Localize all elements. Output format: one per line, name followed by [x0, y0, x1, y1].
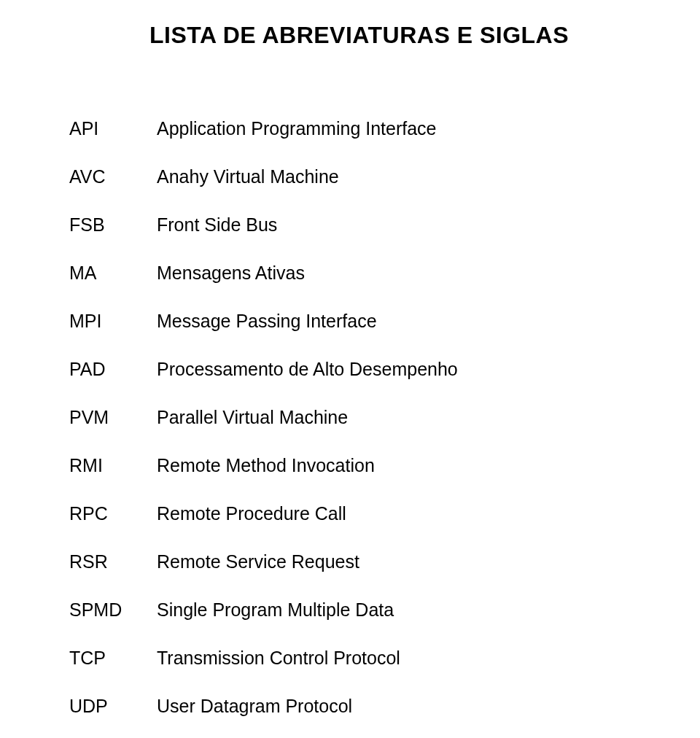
- list-item: PAD Processamento de Alto Desempenho: [69, 359, 649, 380]
- abbrev-definition: Parallel Virtual Machine: [157, 407, 348, 428]
- list-item: RMI Remote Method Invocation: [69, 455, 649, 476]
- abbrev-definition: Transmission Control Protocol: [157, 648, 400, 669]
- abbrev-term: UDP: [69, 696, 157, 717]
- abbrev-term: API: [69, 118, 157, 139]
- abbrev-definition: Application Programming Interface: [157, 118, 437, 139]
- abbrev-definition: User Datagram Protocol: [157, 696, 352, 717]
- list-item: TCP Transmission Control Protocol: [69, 648, 649, 669]
- page-title: LISTA DE ABREVIATURAS E SIGLAS: [69, 22, 649, 49]
- list-item: SPMD Single Program Multiple Data: [69, 599, 649, 621]
- abbrev-term: RMI: [69, 455, 157, 476]
- abbrev-definition: Remote Method Invocation: [157, 455, 375, 476]
- list-item: MA Mensagens Ativas: [69, 263, 649, 284]
- abbrev-term: PAD: [69, 359, 157, 380]
- list-item: FSB Front Side Bus: [69, 214, 649, 236]
- abbrev-term: FSB: [69, 214, 157, 236]
- abbrev-term: SPMD: [69, 599, 157, 621]
- abbrev-definition: Front Side Bus: [157, 214, 277, 236]
- abbrev-definition: Remote Procedure Call: [157, 503, 346, 524]
- list-item: AVC Anahy Virtual Machine: [69, 166, 649, 187]
- list-item: MPI Message Passing Interface: [69, 311, 649, 332]
- list-item: RSR Remote Service Request: [69, 551, 649, 572]
- abbrev-term: PVM: [69, 407, 157, 428]
- list-item: UDP User Datagram Protocol: [69, 696, 649, 717]
- abbrev-term: MPI: [69, 311, 157, 332]
- abbreviation-list: API Application Programming Interface AV…: [69, 118, 649, 717]
- abbrev-definition: Anahy Virtual Machine: [157, 166, 339, 187]
- list-item: API Application Programming Interface: [69, 118, 649, 139]
- abbrev-definition: Processamento de Alto Desempenho: [157, 359, 458, 380]
- abbrev-term: AVC: [69, 166, 157, 187]
- abbrev-definition: Remote Service Request: [157, 551, 359, 572]
- list-item: RPC Remote Procedure Call: [69, 503, 649, 524]
- abbrev-definition: Single Program Multiple Data: [157, 599, 394, 621]
- abbrev-term: TCP: [69, 648, 157, 669]
- list-item: PVM Parallel Virtual Machine: [69, 407, 649, 428]
- abbrev-term: RSR: [69, 551, 157, 572]
- abbrev-definition: Message Passing Interface: [157, 311, 377, 332]
- abbrev-definition: Mensagens Ativas: [157, 263, 305, 284]
- abbrev-term: MA: [69, 263, 157, 284]
- abbrev-term: RPC: [69, 503, 157, 524]
